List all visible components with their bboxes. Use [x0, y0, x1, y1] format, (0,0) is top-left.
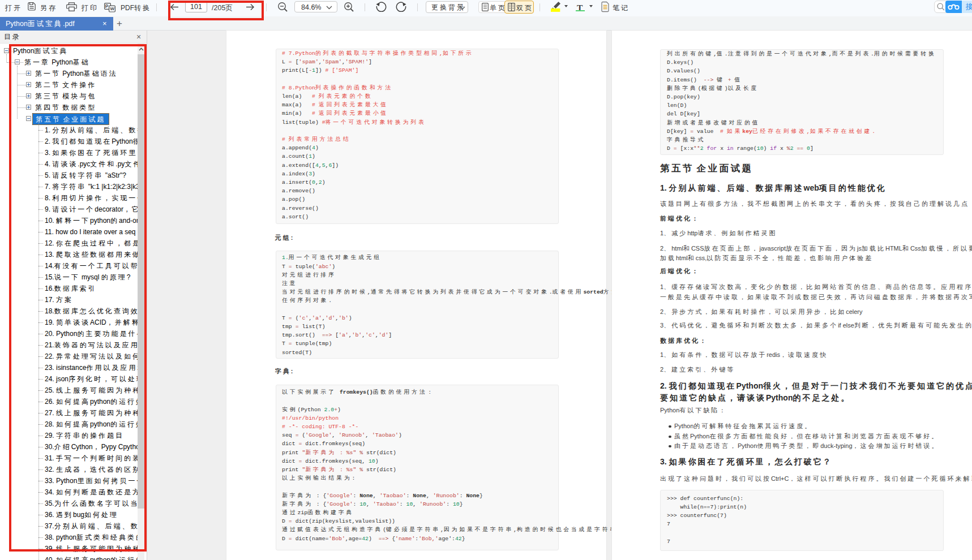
svg-text:P: P: [105, 3, 108, 8]
svg-text:W: W: [110, 6, 114, 11]
